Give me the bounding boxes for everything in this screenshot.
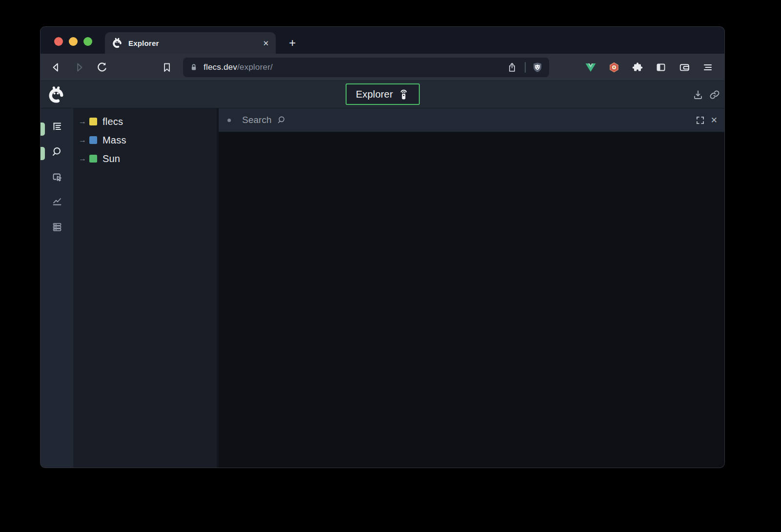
- panel-rail: [41, 108, 73, 468]
- tree-row-flecs[interactable]: → flecs: [73, 112, 217, 131]
- window-minimize-button[interactable]: [69, 37, 78, 46]
- entity-tree-panel: → flecs → Mass → Sun: [73, 108, 217, 468]
- app-body: → flecs → Mass → Sun: [41, 108, 724, 468]
- expand-arrow-icon[interactable]: →: [79, 117, 88, 126]
- expand-arrow-icon[interactable]: →: [79, 154, 88, 163]
- expand-arrow-icon[interactable]: →: [79, 136, 88, 144]
- url-domain: flecs.dev: [204, 62, 237, 72]
- new-tab-button[interactable]: +: [286, 36, 299, 50]
- extension-icons: [585, 61, 714, 73]
- lock-icon: [189, 62, 199, 72]
- extensions-puzzle-icon[interactable]: [632, 61, 643, 73]
- menu-hamburger-icon[interactable]: [702, 61, 714, 73]
- sidebar-toggle-icon[interactable]: [655, 61, 667, 73]
- flecs-favicon-icon: [112, 38, 123, 48]
- browser-toolbar: flecs.dev/explorer/: [41, 54, 724, 81]
- tree-row-sun[interactable]: → Sun: [73, 149, 217, 168]
- tab-close-icon[interactable]: ✕: [263, 40, 269, 47]
- hexagon-extension-icon[interactable]: [608, 61, 620, 73]
- status-dot: [227, 119, 231, 122]
- remote-connection-icon: [398, 88, 409, 100]
- share-icon[interactable]: [506, 61, 518, 73]
- toolbar-divider: [525, 62, 526, 73]
- active-panel-indicator: [41, 147, 45, 160]
- url-bar[interactable]: flecs.dev/explorer/: [183, 58, 549, 77]
- query-panel-icon[interactable]: [51, 146, 63, 158]
- link-icon[interactable]: [709, 89, 720, 101]
- url-path: /explorer/: [237, 62, 273, 72]
- window-zoom-button[interactable]: [83, 37, 92, 46]
- entity-color-swatch: [89, 136, 97, 144]
- active-panel-indicator: [41, 123, 45, 136]
- inspector-panel-icon[interactable]: [51, 171, 63, 183]
- forward-icon[interactable]: [73, 61, 85, 73]
- entity-color-swatch: [89, 118, 97, 125]
- tree-panel-icon[interactable]: [51, 121, 63, 132]
- brave-shield-icon[interactable]: [532, 61, 543, 73]
- chart-panel-icon[interactable]: [51, 195, 63, 207]
- download-icon[interactable]: [692, 89, 704, 101]
- app-title-button[interactable]: Explorer: [346, 83, 420, 105]
- browser-tab-explorer[interactable]: Explorer ✕: [105, 32, 276, 54]
- query-panel: Search ✕: [219, 108, 724, 468]
- flecs-logo-icon: [47, 86, 65, 103]
- entity-label[interactable]: flecs: [103, 116, 123, 127]
- back-icon[interactable]: [50, 61, 62, 73]
- browser-window: Explorer ✕ +: [41, 27, 724, 468]
- query-panel-header: Search ✕: [219, 108, 724, 132]
- app-title: Explorer: [356, 89, 393, 100]
- tree-row-mass[interactable]: → Mass: [73, 131, 217, 149]
- fullscreen-icon[interactable]: [695, 114, 706, 126]
- search-icon: [276, 115, 286, 125]
- tab-bar: Explorer ✕ +: [41, 27, 724, 54]
- wallet-icon[interactable]: [678, 61, 690, 73]
- screenshot-stage: Explorer ✕ +: [0, 0, 781, 532]
- table-panel-icon[interactable]: [51, 221, 63, 233]
- query-results-area[interactable]: [219, 133, 724, 468]
- reload-icon[interactable]: [96, 61, 108, 73]
- entity-color-swatch: [89, 155, 97, 163]
- query-panel-actions: ✕: [695, 114, 718, 126]
- url-text: flecs.dev/explorer/: [204, 62, 273, 72]
- tab-title: Explorer: [128, 39, 159, 47]
- entity-label[interactable]: Mass: [103, 135, 126, 146]
- header-actions: [692, 81, 720, 108]
- app-header: Explorer: [41, 81, 724, 108]
- close-panel-icon[interactable]: ✕: [711, 116, 718, 124]
- window-close-button[interactable]: [54, 37, 63, 46]
- entity-label[interactable]: Sun: [103, 153, 120, 164]
- bookmark-icon[interactable]: [161, 61, 173, 73]
- query-panel-title: Search: [242, 115, 271, 125]
- vue-devtools-extension-icon[interactable]: [585, 61, 596, 73]
